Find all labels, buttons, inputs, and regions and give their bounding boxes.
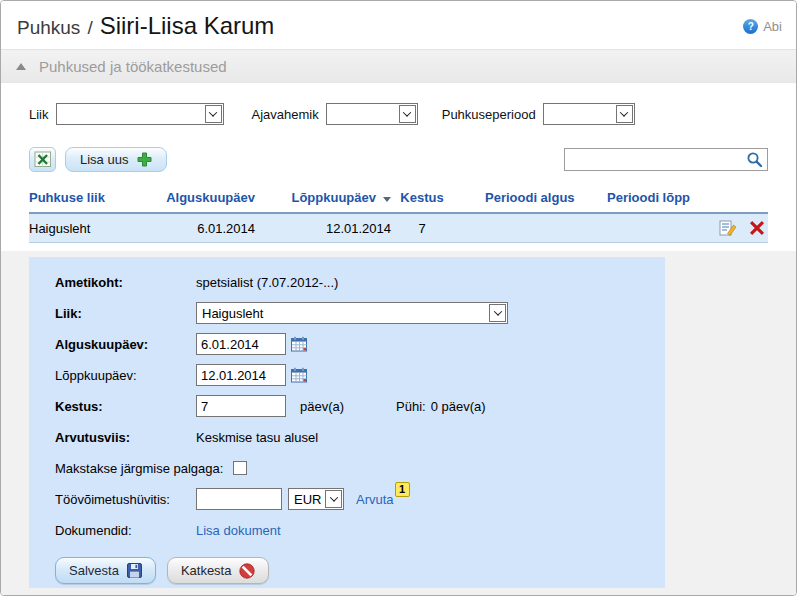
form-row-makstakse: Makstakse järgmise palgaga: — [55, 457, 665, 479]
title-bar: Puhkus / Siiri-Liisa Karum ? Abi — [1, 1, 796, 49]
ametikoht-value: spetsialist (7.07.2012-...) — [196, 275, 338, 290]
column-header-loppkuupaev[interactable]: Lõppkuupäev — [255, 186, 391, 213]
table-row[interactable]: Haigusleht 6.01.2014 12.01.2014 7 — [29, 213, 768, 243]
filter-label-puhkuseperiood: Puhkuseperiood — [442, 107, 536, 122]
calendar-icon[interactable] — [291, 367, 308, 383]
cancel-button-label: Katkesta — [181, 563, 232, 578]
loppkuupaev-label: Lõppkuupäev: — [55, 368, 196, 383]
pyhi-value: 0 päev(a) — [431, 399, 486, 414]
help-label[interactable]: Abi — [763, 19, 782, 34]
export-excel-button[interactable] — [29, 147, 56, 172]
column-header-alguskuupaev[interactable]: Alguskuupäev — [159, 186, 255, 213]
add-new-button[interactable]: Lisa uus — [65, 147, 167, 172]
pyhi-label: Pühi: — [396, 399, 426, 414]
chevron-down-icon[interactable] — [616, 105, 633, 123]
chevron-down-icon[interactable] — [325, 490, 342, 508]
add-new-label: Lisa uus — [80, 152, 128, 167]
end-date-input[interactable] — [196, 364, 286, 386]
plus-icon — [137, 152, 152, 167]
currency-select-value: EUR — [294, 492, 321, 507]
cell-loppkuupaev: 12.01.2014 — [255, 213, 391, 243]
page-title-person-name: Siiri-Liisa Karum — [100, 12, 275, 40]
sort-desc-icon — [383, 197, 391, 202]
liik-select-value: Haigusleht — [202, 306, 263, 321]
form-row-dokumendid: Dokumendid: Lisa dokument — [55, 519, 665, 541]
column-header-kestus[interactable]: Kestus — [391, 186, 453, 213]
help-link[interactable]: ? Abi — [743, 19, 782, 34]
delete-row-icon[interactable] — [750, 221, 764, 235]
detail-panel: Ametikoht: spetsialist (7.07.2012-...) L… — [29, 257, 665, 588]
cell-perioodi-algus — [453, 213, 575, 243]
huvitis-label: Töövõimetushüvitis: — [55, 492, 196, 507]
makstakse-label: Makstakse järgmise palgaga: — [55, 461, 223, 476]
filter-label-liik: Liik — [29, 107, 49, 122]
chevron-down-icon[interactable] — [399, 105, 416, 123]
filter-select-ajavahemik[interactable] — [326, 103, 418, 125]
ametikoht-label: Ametikoht: — [55, 275, 196, 290]
form-row-huvitis: Töövõimetushüvitis: EUR Arvuta 1 — [55, 488, 665, 510]
excel-icon — [34, 151, 52, 168]
column-header-perioodi-algus[interactable]: Perioodi algus — [453, 186, 575, 213]
filters-row: Liik Ajavahemik Puhkuseperiood — [29, 103, 768, 125]
start-date-input[interactable] — [196, 333, 286, 355]
currency-select[interactable]: EUR — [288, 488, 344, 510]
alguskuupaev-label: Alguskuupäev: — [55, 337, 196, 352]
calc-count-badge: 1 — [395, 482, 410, 497]
form-row-kestus: Kestus: päev(a) Pühi: 0 päev(a) — [55, 395, 665, 417]
duration-input[interactable] — [196, 395, 286, 417]
column-header-perioodi-lopp[interactable]: Perioodi lõpp — [575, 186, 697, 213]
cell-kestus: 7 — [391, 213, 453, 243]
section-title: Puhkused ja töökatkestused — [39, 58, 227, 75]
kestus-unit: päev(a) — [300, 399, 344, 414]
filter-label-ajavahemik: Ajavahemik — [252, 107, 319, 122]
column-header-loppkuupaev-label: Lõppkuupäev — [291, 190, 376, 205]
column-header-puhkuse-liik[interactable]: Puhkuse liik — [29, 186, 159, 213]
arvutusviis-label: Arvutusviis: — [55, 430, 196, 445]
filter-select-puhkuseperiood[interactable] — [543, 103, 635, 125]
cell-perioodi-lopp — [575, 213, 697, 243]
form-row-alguskuupaev: Alguskuupäev: — [55, 333, 665, 355]
lisa-dokument-link[interactable]: Lisa dokument — [196, 523, 281, 538]
vacations-table: Puhkuse liik Alguskuupäev Lõppkuupäev Ke… — [29, 186, 768, 243]
breadcrumb-separator: / — [87, 17, 92, 39]
column-header-actions — [697, 186, 768, 213]
table-header-row: Puhkuse liik Alguskuupäev Lõppkuupäev Ke… — [29, 186, 768, 213]
page-root: Puhkus / Siiri-Liisa Karum ? Abi Puhkuse… — [0, 0, 797, 596]
search-input[interactable] — [564, 148, 768, 171]
chevron-down-icon[interactable] — [489, 304, 506, 322]
arvutusviis-value: Keskmise tasu alusel — [196, 430, 318, 445]
search-box — [564, 148, 768, 171]
save-floppy-icon — [127, 563, 142, 578]
liik-select[interactable]: Haigusleht — [196, 302, 508, 324]
section-header-puhkused[interactable]: Puhkused ja töökatkestused — [1, 49, 796, 83]
form-row-loppkuupaev: Lõppkuupäev: — [55, 364, 665, 386]
kestus-label: Kestus: — [55, 399, 196, 414]
form-row-arvutusviis: Arvutusviis: Keskmise tasu alusel — [55, 426, 665, 448]
chevron-down-icon[interactable] — [205, 105, 222, 123]
toolbar: Lisa uus — [29, 147, 768, 172]
save-button-label: Salvesta — [69, 563, 119, 578]
section-content: Liik Ajavahemik Puhkuseperiood — [1, 83, 796, 251]
cancel-prohibition-icon — [239, 563, 255, 579]
save-button[interactable]: Salvesta — [55, 557, 156, 584]
benefit-amount-input[interactable] — [196, 488, 282, 510]
form-row-ametikoht: Ametikoht: spetsialist (7.07.2012-...) — [55, 271, 665, 293]
edit-row-icon[interactable] — [719, 220, 737, 236]
detail-region: Ametikoht: spetsialist (7.07.2012-...) L… — [1, 251, 796, 595]
liik-label: Liik: — [55, 306, 196, 321]
breadcrumb: Puhkus / Siiri-Liisa Karum — [17, 12, 274, 40]
calendar-icon[interactable] — [291, 336, 308, 352]
arvuta-link[interactable]: Arvuta — [356, 492, 394, 507]
breadcrumb-section[interactable]: Puhkus — [17, 17, 80, 39]
filter-select-liik[interactable] — [56, 103, 224, 125]
search-icon[interactable] — [746, 151, 763, 168]
cell-alguskuupaev: 6.01.2014 — [159, 213, 255, 243]
cell-actions — [697, 213, 768, 243]
form-row-liik: Liik: Haigusleht — [55, 302, 665, 324]
form-buttons: Salvesta Katkesta — [55, 557, 665, 584]
cancel-button[interactable]: Katkesta — [167, 557, 270, 584]
makstakse-checkbox[interactable] — [233, 461, 247, 475]
collapse-arrow-icon[interactable] — [16, 63, 26, 70]
cell-puhkuse-liik: Haigusleht — [29, 213, 159, 243]
help-icon[interactable]: ? — [743, 19, 758, 34]
